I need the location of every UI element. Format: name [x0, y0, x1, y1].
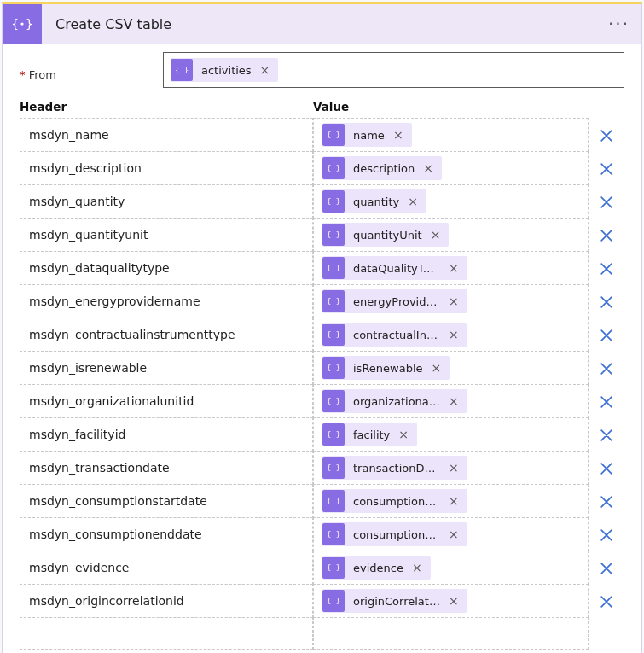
action-card: { } Create CSV table ··· * From { } acti… — [2, 2, 642, 653]
svg-text:{ }: { } — [327, 330, 340, 339]
delete-row-button[interactable] — [589, 219, 624, 252]
header-input[interactable]: msdyn_evidence — [20, 551, 313, 585]
header-input[interactable]: msdyn_isrenewable — [20, 351, 313, 385]
value-input[interactable]: { }quantity× — [313, 184, 589, 219]
remove-token-button[interactable]: × — [397, 429, 417, 440]
value-input[interactable]: { }consumptionSt...× — [313, 484, 589, 518]
header-input[interactable]: msdyn_organizationalunitid — [20, 384, 313, 418]
delete-row-button[interactable] — [589, 152, 624, 185]
remove-token-button[interactable]: × — [429, 229, 450, 241]
value-input[interactable]: { }energyProvider...× — [313, 284, 589, 318]
value-input[interactable]: { }transactionDate× — [313, 451, 589, 485]
delete-row-button[interactable] — [589, 318, 624, 352]
value-token: { }contractualInst...× — [322, 323, 467, 347]
from-label: * From — [20, 60, 163, 81]
delete-row-button[interactable] — [589, 551, 624, 585]
header-text: msdyn_dataqualitytype — [29, 261, 170, 275]
value-token: { }energyProvider...× — [322, 289, 467, 313]
delete-row-button[interactable] — [589, 518, 624, 551]
remove-token-button[interactable]: × — [447, 395, 467, 407]
header-text: msdyn_origincorrelationid — [29, 594, 184, 608]
header-input[interactable]: msdyn_transactiondate — [20, 451, 313, 485]
value-input[interactable]: { }dataQualityType× — [313, 251, 589, 285]
remove-token-button[interactable]: × — [406, 195, 426, 207]
header-input[interactable]: msdyn_description — [20, 151, 313, 185]
delete-row-button[interactable] — [589, 418, 624, 452]
remove-token-button[interactable]: × — [447, 329, 467, 341]
dynamic-content-icon: { } — [322, 190, 345, 213]
remove-token-button[interactable]: × — [410, 562, 431, 574]
mapping-row: msdyn_origincorrelationid{ }originCorrel… — [20, 585, 624, 618]
remove-token-button[interactable]: × — [421, 162, 442, 174]
dynamic-content-icon: { } — [322, 324, 345, 346]
token-label: facility — [345, 429, 397, 441]
dynamic-content-icon: { } — [322, 157, 345, 179]
value-input[interactable]: { }contractualInst...× — [313, 318, 589, 352]
delete-row-button[interactable] — [589, 585, 624, 618]
remove-token-button[interactable]: × — [392, 129, 412, 141]
value-input[interactable]: { }name× — [313, 118, 589, 152]
header-text: msdyn_consumptionstartdate — [29, 494, 207, 508]
card-body: * From { } activities × Header Value msd… — [3, 44, 641, 653]
value-token: { }isRenewable× — [322, 356, 450, 380]
header-input[interactable]: msdyn_consumptionstartdate — [20, 484, 313, 518]
token-label: organizational... — [345, 395, 447, 408]
remove-token-button[interactable]: × — [258, 64, 279, 76]
token-label: description — [345, 162, 421, 175]
header-input[interactable]: msdyn_name — [20, 118, 313, 152]
delete-row-button[interactable] — [589, 452, 624, 485]
dynamic-content-icon: { } — [322, 124, 345, 146]
delete-row-button[interactable] — [589, 385, 624, 418]
delete-row-button[interactable] — [589, 352, 624, 385]
header-input[interactable] — [20, 617, 313, 650]
value-input[interactable]: { }isRenewable× — [313, 351, 589, 385]
value-input[interactable]: { }facility× — [313, 417, 589, 452]
token-label: name — [345, 129, 392, 142]
remove-token-button[interactable]: × — [447, 262, 467, 274]
remove-token-button[interactable]: × — [447, 295, 467, 307]
value-input[interactable]: { }originCorrelati...× — [313, 584, 589, 618]
header-input[interactable]: msdyn_quantityunit — [20, 218, 313, 252]
value-input[interactable]: { }organizational...× — [313, 384, 589, 418]
mapping-rows: msdyn_name{ }name×msdyn_description{ }de… — [20, 119, 624, 618]
remove-token-button[interactable]: × — [430, 362, 450, 374]
mapping-row: msdyn_dataqualitytype{ }dataQualityType× — [20, 252, 624, 285]
value-input[interactable]: { }evidence× — [313, 551, 589, 585]
svg-text:{ }: { } — [327, 364, 340, 372]
token-label: isRenewable — [345, 362, 430, 375]
from-input[interactable]: { } activities × — [163, 52, 624, 88]
header-input[interactable]: msdyn_origincorrelationid — [20, 584, 313, 618]
delete-row-button[interactable] — [589, 252, 624, 285]
delete-row-button[interactable] — [589, 185, 624, 219]
value-token: { }evidence× — [322, 556, 431, 580]
value-input[interactable] — [313, 617, 589, 650]
svg-text:{ }: { } — [327, 430, 340, 439]
header-input[interactable]: msdyn_consumptionenddate — [20, 517, 313, 551]
remove-token-button[interactable]: × — [447, 528, 467, 540]
header-text: msdyn_isrenewable — [29, 361, 147, 375]
remove-token-button[interactable]: × — [447, 495, 467, 507]
mapping-row: msdyn_facilityid{ }facility× — [20, 418, 624, 452]
svg-text:{ }: { } — [327, 164, 340, 172]
header-input[interactable]: msdyn_dataqualitytype — [20, 251, 313, 285]
more-menu-button[interactable]: ··· — [608, 14, 629, 34]
value-input[interactable]: { }consumptionE...× — [313, 517, 589, 551]
mapping-row: msdyn_evidence{ }evidence× — [20, 551, 624, 585]
header-input[interactable]: msdyn_facilityid — [20, 417, 313, 452]
header-text: msdyn_energyprovidername — [29, 294, 200, 308]
delete-row-button[interactable] — [589, 119, 624, 152]
mapping-row: msdyn_quantityunit{ }quantityUnit× — [20, 219, 624, 252]
from-row: * From { } activities × — [20, 52, 624, 88]
value-token: { }facility× — [322, 423, 417, 446]
delete-row-button[interactable] — [589, 285, 624, 318]
header-input[interactable]: msdyn_contractualinstrumenttype — [20, 318, 313, 352]
header-input[interactable]: msdyn_energyprovidername — [20, 284, 313, 318]
remove-token-button[interactable]: × — [447, 462, 467, 474]
value-input[interactable]: { }quantityUnit× — [313, 218, 589, 252]
header-input[interactable]: msdyn_quantity — [20, 184, 313, 219]
value-input[interactable]: { }description× — [313, 151, 589, 185]
svg-text:{ }: { } — [327, 563, 340, 572]
delete-row-button[interactable] — [589, 485, 624, 518]
header-text: msdyn_quantity — [29, 195, 125, 208]
remove-token-button[interactable]: × — [447, 595, 467, 607]
